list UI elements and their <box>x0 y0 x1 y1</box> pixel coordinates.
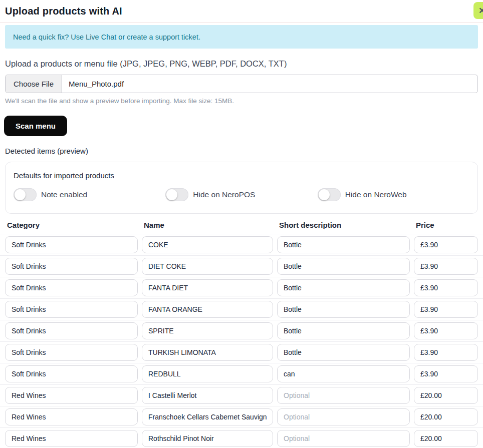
category-input[interactable] <box>5 258 138 275</box>
price-input[interactable] <box>414 430 478 447</box>
table-row <box>0 385 483 406</box>
price-input[interactable] <box>414 301 478 318</box>
short-description-input[interactable] <box>277 365 410 382</box>
toggle-knob <box>166 189 177 200</box>
note-enabled-label: Note enabled <box>41 190 87 199</box>
hide-on-neropos-toggle[interactable] <box>165 188 188 201</box>
column-header-category: Category <box>5 221 138 229</box>
name-input[interactable] <box>142 387 273 404</box>
column-header-name: Name <box>142 221 273 229</box>
column-header-short-description: Short description <box>277 221 410 229</box>
category-input[interactable] <box>5 387 138 404</box>
price-input[interactable] <box>414 279 478 296</box>
name-input[interactable] <box>142 236 273 253</box>
support-banner: Need a quick fix? Use Live Chat or creat… <box>5 25 478 49</box>
short-description-input[interactable] <box>277 301 410 318</box>
note-enabled-toggle[interactable] <box>14 188 37 201</box>
table-row <box>0 320 483 342</box>
price-input[interactable] <box>414 387 478 404</box>
table-row <box>0 406 483 428</box>
category-input[interactable] <box>5 344 138 361</box>
name-input[interactable] <box>142 408 273 425</box>
products-table-header: Category Name Short description Price <box>0 217 483 234</box>
table-row <box>0 277 483 299</box>
modal-header: Upload products with AI ✕ <box>0 0 483 23</box>
price-input[interactable] <box>414 408 478 425</box>
toggle-knob <box>15 189 26 200</box>
table-row <box>0 234 483 256</box>
column-header-price: Price <box>414 221 478 229</box>
table-row <box>0 342 483 363</box>
products-table: Category Name Short description Price <box>0 217 483 448</box>
page-title: Upload products with AI <box>5 6 122 17</box>
defaults-card-title: Defaults for imported products <box>14 171 469 180</box>
file-input[interactable]: Choose File Menu_Photo.pdf <box>5 75 478 93</box>
upload-helper-text: We'll scan the file and show a preview b… <box>5 97 478 105</box>
table-row <box>0 256 483 277</box>
defaults-card: Defaults for imported products Note enab… <box>5 162 478 214</box>
category-input[interactable] <box>5 322 138 339</box>
toggle-knob <box>319 189 330 200</box>
scan-menu-button[interactable]: Scan menu <box>4 116 67 136</box>
short-description-input[interactable] <box>277 258 410 275</box>
category-input[interactable] <box>5 301 138 318</box>
category-input[interactable] <box>5 408 138 425</box>
upload-file-label: Upload a products or menu file (JPG, JPE… <box>5 59 478 69</box>
close-button[interactable]: ✕ <box>473 2 483 19</box>
price-input[interactable] <box>414 322 478 339</box>
modal-content: Upload a products or menu file (JPG, JPE… <box>0 59 483 214</box>
toggle-item-hide-on-neroweb: Hide on NeroWeb <box>318 188 469 201</box>
short-description-input[interactable] <box>277 430 410 447</box>
short-description-input[interactable] <box>277 279 410 296</box>
name-input[interactable] <box>142 279 273 296</box>
hide-on-neropos-label: Hide on NeroPOS <box>193 190 255 199</box>
toggle-item-note-enabled: Note enabled <box>14 188 165 201</box>
name-input[interactable] <box>142 430 273 447</box>
detected-items-title: Detected items (preview) <box>5 147 478 155</box>
choose-file-button[interactable]: Choose File <box>6 75 62 93</box>
table-row <box>0 363 483 385</box>
table-row <box>0 428 483 448</box>
toggle-item-hide-on-neropos: Hide on NeroPOS <box>165 188 317 201</box>
name-input[interactable] <box>142 365 273 382</box>
short-description-input[interactable] <box>277 408 410 425</box>
products-table-body <box>0 234 483 448</box>
category-input[interactable] <box>5 365 138 382</box>
support-banner-text: Need a quick fix? Use Live Chat or creat… <box>13 33 200 41</box>
short-description-input[interactable] <box>277 236 410 253</box>
category-input[interactable] <box>5 279 138 296</box>
price-input[interactable] <box>414 258 478 275</box>
hide-on-neroweb-label: Hide on NeroWeb <box>345 190 407 199</box>
price-input[interactable] <box>414 344 478 361</box>
selected-file-name: Menu_Photo.pdf <box>62 75 130 93</box>
close-icon: ✕ <box>478 6 483 16</box>
hide-on-neroweb-toggle[interactable] <box>318 188 341 201</box>
category-input[interactable] <box>5 430 138 447</box>
short-description-input[interactable] <box>277 322 410 339</box>
name-input[interactable] <box>142 258 273 275</box>
name-input[interactable] <box>142 344 273 361</box>
short-description-input[interactable] <box>277 344 410 361</box>
price-input[interactable] <box>414 365 478 382</box>
defaults-toggles-row: Note enabled Hide on NeroPOS Hide on Ner… <box>14 188 469 201</box>
category-input[interactable] <box>5 236 138 253</box>
name-input[interactable] <box>142 301 273 318</box>
table-row <box>0 299 483 320</box>
name-input[interactable] <box>142 322 273 339</box>
price-input[interactable] <box>414 236 478 253</box>
upload-products-modal: { "header": { "title": "Upload products … <box>0 0 483 448</box>
short-description-input[interactable] <box>277 387 410 404</box>
